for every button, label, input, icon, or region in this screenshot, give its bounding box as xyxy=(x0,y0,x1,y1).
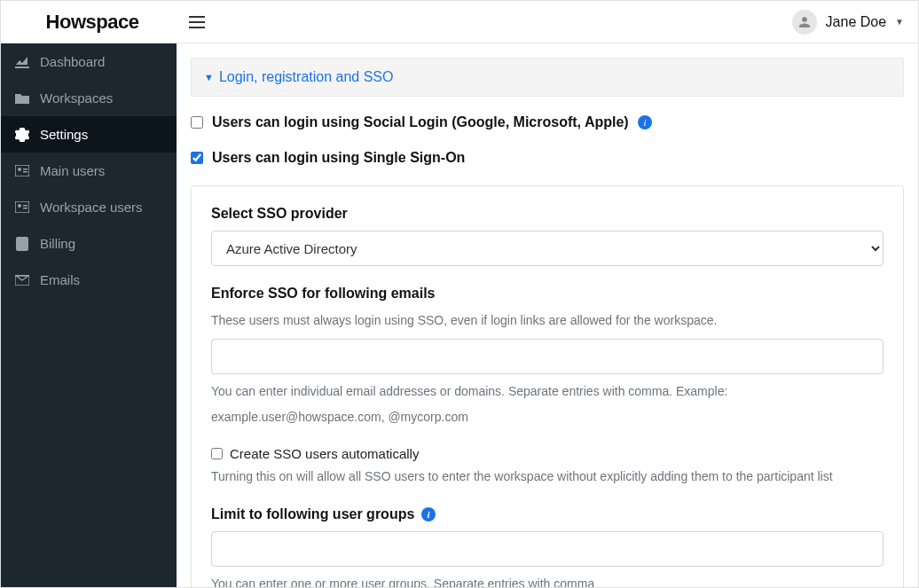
sidebar-item-label: Workspaces xyxy=(40,90,113,106)
sidebar-item-emails[interactable]: Emails xyxy=(1,262,177,298)
svg-rect-7 xyxy=(23,208,27,209)
sidebar-item-label: Workspace users xyxy=(40,200,143,215)
svg-rect-3 xyxy=(23,171,27,173)
sidebar-item-label: Dashboard xyxy=(40,54,105,69)
limit-groups-label: Limit to following user groups i xyxy=(211,506,884,522)
enforce-sso-label: Enforce SSO for following emails xyxy=(211,286,884,302)
book-icon xyxy=(15,237,29,251)
sidebar-item-settings[interactable]: Settings xyxy=(1,116,177,153)
enforce-emails-help-2: example.user@howspace.com, @mycorp.com xyxy=(211,407,884,427)
sidebar-item-label: Settings xyxy=(40,127,88,142)
info-icon[interactable]: i xyxy=(421,507,436,521)
svg-rect-4 xyxy=(15,201,29,213)
create-sso-auto-desc: Turning this on will allow all SSO users… xyxy=(211,466,884,486)
create-sso-auto-checkbox[interactable] xyxy=(211,448,223,459)
enforce-sso-desc: These users must always login using SSO,… xyxy=(211,310,884,330)
sso-provider-label: Select SSO provider xyxy=(211,206,884,222)
gear-icon xyxy=(15,128,29,142)
mail-icon xyxy=(15,275,29,286)
limit-groups-help: You can enter one or more user groups. S… xyxy=(211,574,884,588)
limit-groups-label-text: Limit to following user groups xyxy=(211,506,414,522)
logo: Howspace xyxy=(46,11,139,34)
create-sso-auto-label[interactable]: Create SSO users automatically xyxy=(230,446,419,461)
panel-header[interactable]: ▼ Login, registration and SSO xyxy=(191,58,904,97)
logo-wrap: Howspace xyxy=(8,11,177,34)
username: Jane Doe xyxy=(826,14,887,30)
user-card-icon xyxy=(15,165,29,176)
sidebar-item-billing[interactable]: Billing xyxy=(1,225,177,262)
chart-area-icon xyxy=(15,56,29,68)
sidebar-item-workspace-users[interactable]: Workspace users xyxy=(1,189,177,225)
sidebar: Dashboard Workspaces Settings Main users… xyxy=(1,43,177,588)
svg-point-5 xyxy=(18,204,21,208)
panel-body: Users can login using Social Login (Goog… xyxy=(191,97,904,588)
enforce-sso-input[interactable] xyxy=(211,339,884,374)
info-icon[interactable]: i xyxy=(638,115,652,129)
caret-down-icon: ▼ xyxy=(204,72,214,82)
avatar xyxy=(792,10,817,35)
svg-rect-0 xyxy=(15,165,29,176)
social-login-label[interactable]: Users can login using Social Login (Goog… xyxy=(212,114,629,130)
sso-login-checkbox[interactable] xyxy=(191,152,203,164)
main-content: ▼ Login, registration and SSO Users can … xyxy=(177,43,918,588)
user-card-icon xyxy=(15,201,29,213)
folder-icon xyxy=(15,92,29,105)
sidebar-item-label: Billing xyxy=(40,236,75,251)
limit-groups-group: Limit to following user groups i You can… xyxy=(211,506,884,588)
sidebar-item-workspaces[interactable]: Workspaces xyxy=(1,80,177,116)
create-auto-group: Create SSO users automatically Turning t… xyxy=(211,446,884,486)
sidebar-item-label: Emails xyxy=(40,272,80,287)
hamburger-icon[interactable] xyxy=(182,12,212,33)
sidebar-item-main-users[interactable]: Main users xyxy=(1,153,177,189)
sso-login-row: Users can login using Single Sign-On xyxy=(191,150,904,166)
sso-provider-select[interactable]: Azure Active Directory xyxy=(211,231,884,266)
svg-rect-2 xyxy=(23,169,27,170)
sidebar-item-dashboard[interactable]: Dashboard xyxy=(1,43,177,80)
user-menu[interactable]: Jane Doe ▼ xyxy=(792,10,904,35)
sso-provider-group: Select SSO provider Azure Active Directo… xyxy=(211,206,884,266)
enforce-sso-group: Enforce SSO for following emails These u… xyxy=(211,286,884,427)
limit-groups-input[interactable] xyxy=(211,531,884,567)
sidebar-item-label: Main users xyxy=(40,163,105,178)
svg-text:i: i xyxy=(643,117,646,128)
svg-point-1 xyxy=(18,168,21,171)
social-login-checkbox[interactable] xyxy=(191,116,203,129)
panel-title: Login, registration and SSO xyxy=(219,69,394,85)
topbar: Howspace Jane Doe ▼ xyxy=(1,1,918,43)
sso-config-box: Select SSO provider Azure Active Directo… xyxy=(191,185,904,588)
enforce-emails-help-1: You can enter individual email addresses… xyxy=(211,381,884,401)
sso-login-label[interactable]: Users can login using Single Sign-On xyxy=(212,150,465,166)
caret-down-icon: ▼ xyxy=(895,17,904,27)
social-login-row: Users can login using Social Login (Goog… xyxy=(191,114,904,130)
svg-rect-6 xyxy=(23,205,27,207)
